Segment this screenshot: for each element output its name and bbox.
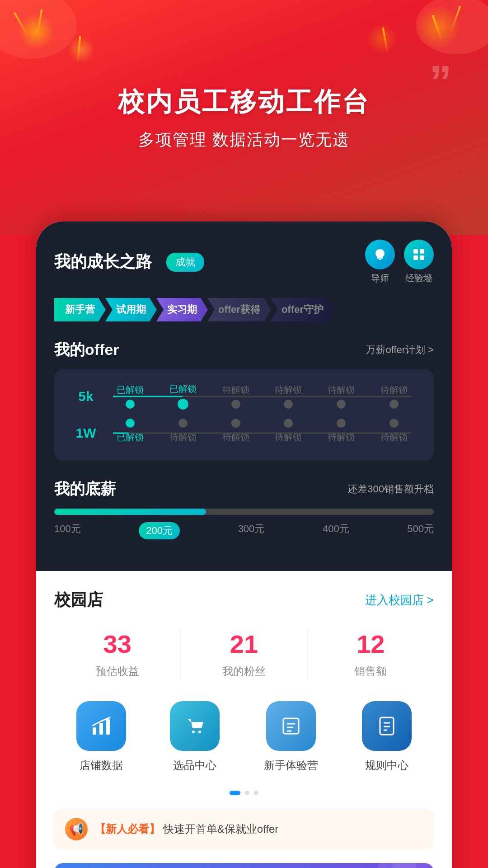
offer-row-5k: 5k 已解锁 已解锁 待解锁 [68, 383, 420, 410]
experience-wall-button[interactable]: 经验墙 [404, 240, 434, 284]
salary-title: 我的底薪 [54, 479, 116, 500]
salary-label-100: 100元 [54, 522, 81, 539]
offer-card: 5k 已解锁 已解锁 待解锁 [54, 369, 434, 461]
step-trial[interactable]: 试用期 [105, 298, 157, 321]
menu-rules[interactable]: 规则中心 [362, 701, 412, 773]
salary-label-500: 500元 [407, 522, 434, 539]
offer-row-1w: 1W 已解锁 待解锁 待解锁 [68, 419, 420, 447]
step-internship[interactable]: 实习期 [156, 298, 208, 321]
experience-icon [404, 240, 434, 269]
dot-2 [254, 791, 258, 795]
salary-label-300: 300元 [238, 522, 265, 539]
offer-amount-1w: 1W [68, 425, 104, 441]
hero-title: 校内员工移动工作台 [118, 85, 370, 120]
stat-label-earnings: 预估收益 [96, 664, 139, 679]
growth-title: 我的成长之路 [54, 251, 152, 273]
salary-header: 我的底薪 还差300销售额升档 [54, 479, 434, 500]
salary-bar [54, 509, 434, 515]
campus-link[interactable]: 进入校园店 > [365, 592, 434, 608]
campus-section: 校园店 进入校园店 > 33 预估收益 21 我的粉丝 12 销售额 [36, 571, 452, 868]
svg-rect-0 [413, 249, 418, 254]
node-5k-3: 待解锁 [209, 384, 262, 409]
steps-container: 新手营 试用期 实习期 offer获得 offer守护 [54, 298, 434, 321]
svg-rect-2 [413, 255, 418, 260]
dot-active [230, 791, 240, 795]
offer-title: 我的offer [54, 340, 119, 360]
salary-hint: 还差300销售额升档 [347, 482, 434, 496]
menu-novice-camp[interactable]: 新手体验营 [264, 701, 318, 773]
store-data-label: 店铺数据 [80, 758, 123, 773]
node-1w-6: 待解锁 [367, 419, 420, 447]
offer-nodes-1w: 已解锁 待解锁 待解锁 待解锁 [104, 419, 420, 447]
svg-rect-4 [93, 727, 96, 735]
node-1w-4: 待解锁 [262, 419, 315, 447]
svg-point-7 [192, 731, 195, 733]
stat-value-fans: 21 [230, 629, 258, 659]
rules-icon [362, 701, 412, 751]
salary-label-200-active: 200元 [139, 522, 180, 539]
node-1w-1: 已解锁 [104, 419, 157, 447]
step-novice[interactable]: 新手营 [54, 298, 106, 321]
hero-subtitle: 多项管理 数据活动一览无遗 [138, 129, 350, 151]
novice-camp-icon [266, 701, 316, 751]
salary-fill [54, 509, 206, 515]
growth-icons: 导师 经验墙 [365, 240, 434, 284]
firework-3 [68, 36, 95, 63]
stat-value-sales: 12 [357, 629, 385, 659]
svg-rect-6 [106, 719, 110, 735]
menu-grid: 店铺数据 选品中心 [54, 701, 434, 773]
svg-rect-5 [99, 723, 103, 735]
notice-banner[interactable]: 📢 【新人必看】 快速开首单&保就业offer [54, 809, 434, 849]
node-5k-6: 待解锁 [367, 384, 420, 409]
node-5k-1: 已解锁 [104, 384, 157, 409]
firework-2 [416, 5, 461, 50]
offer-plan-link[interactable]: 万薪offer计划 > [366, 343, 434, 357]
experience-label: 经验墙 [405, 272, 432, 284]
product-selection-label: 选品中心 [173, 758, 216, 773]
stat-fans: 21 我的粉丝 [181, 629, 307, 679]
mentor-button[interactable]: 导师 [365, 240, 395, 284]
rules-label: 规则中心 [365, 758, 408, 773]
salary-label-400: 400元 [323, 522, 349, 539]
stat-label-sales: 销售额 [354, 664, 387, 679]
svg-point-8 [198, 731, 201, 733]
pagination-dots [54, 791, 434, 795]
node-1w-5: 待解锁 [315, 419, 368, 447]
notice-main: 快速开首单&保就业offer [163, 823, 279, 835]
menu-store-data[interactable]: 店铺数据 [76, 701, 126, 773]
menu-product-selection[interactable]: 选品中心 [170, 701, 220, 773]
store-data-icon [76, 701, 126, 751]
promo-card[interactable]: 校园通知栏 offer 3678 [54, 863, 434, 868]
dot-1 [245, 791, 249, 795]
node-5k-2: 已解锁 [157, 383, 210, 410]
stat-earnings: 33 预估收益 [54, 629, 181, 679]
step-offer-guard[interactable]: offer守护 [271, 298, 334, 321]
node-1w-2: 待解锁 [157, 419, 210, 447]
svg-rect-3 [420, 255, 424, 260]
node-5k-5: 待解锁 [315, 384, 368, 409]
offer-amount-5k: 5k [68, 389, 104, 404]
novice-camp-label: 新手体验营 [264, 758, 318, 773]
product-selection-icon [170, 701, 220, 751]
stat-sales: 12 销售额 [308, 629, 434, 679]
notice-text: 【新人必看】 快速开首单&保就业offer [95, 822, 278, 836]
growth-badge: 成就 [166, 253, 204, 272]
mentor-icon [365, 240, 395, 269]
step-offer-get[interactable]: offer获得 [207, 298, 271, 321]
phone-card: 我的成长之路 成就 导师 [36, 222, 452, 868]
node-1w-3: 待解锁 [209, 419, 262, 447]
salary-progress: 100元 200元 300元 400元 500元 [54, 509, 434, 539]
notice-prefix: 【新人必看】 [95, 823, 160, 835]
mentor-label: 导师 [371, 272, 389, 284]
growth-section: 我的成长之路 成就 导师 [36, 222, 452, 571]
stats-row: 33 预估收益 21 我的粉丝 12 销售额 [54, 629, 434, 679]
firework-1 [18, 14, 54, 50]
campus-title: 校园店 [54, 589, 103, 611]
offer-header: 我的offer 万薪offer计划 > [54, 340, 434, 360]
hero-section: ” 校内员工移动工作台 多项管理 数据活动一览无遗 [0, 0, 488, 235]
node-5k-4: 待解锁 [262, 384, 315, 409]
offer-nodes-5k: 已解锁 已解锁 待解锁 待解锁 [104, 383, 420, 410]
growth-header: 我的成长之路 成就 导师 [54, 240, 434, 284]
quote-mark: ” [429, 59, 452, 104]
notice-icon: 📢 [65, 818, 88, 840]
